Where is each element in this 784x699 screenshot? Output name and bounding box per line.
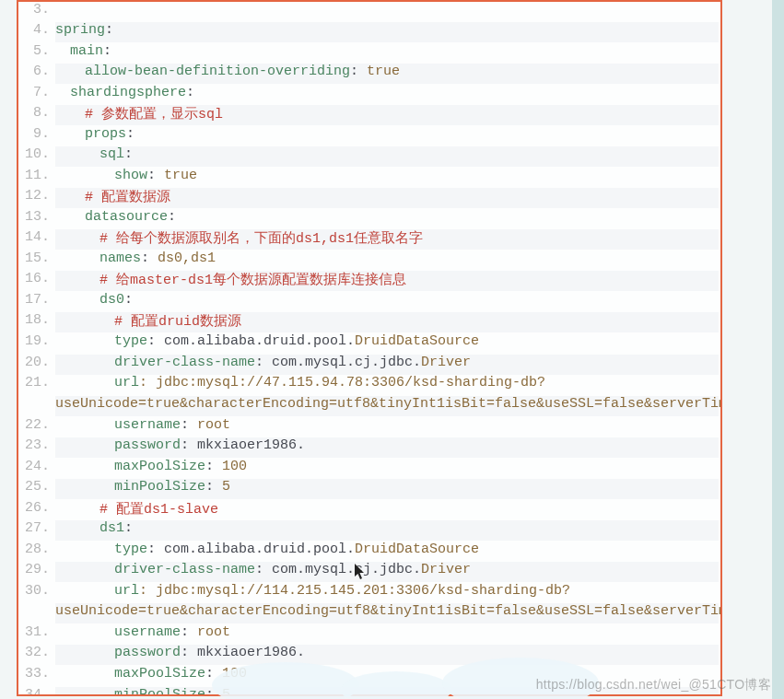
code-token: # 给每个数据源取别名，下面的ds1,ds1任意取名字: [99, 231, 423, 247]
line-number: 34.: [18, 687, 52, 696]
line-number: 11.: [18, 168, 52, 183]
code-token: :: [205, 479, 222, 495]
code-token: datasource: [85, 209, 168, 225]
code-line: useUnicode=true&characterEncoding=utf8&t…: [55, 396, 722, 412]
code-token: username: [114, 417, 181, 433]
code-token: driver-class-name: [114, 562, 255, 577]
code-line: ds1:: [99, 520, 133, 536]
line-number: 17.: [18, 292, 52, 308]
highlight-band: [55, 22, 719, 42]
code-line: type: com.alibaba.druid.pool.DruidDataSo…: [114, 333, 479, 349]
code-line: username: root: [114, 624, 230, 640]
line-number: 22.: [18, 417, 52, 433]
code-token: show: [114, 168, 147, 183]
line-number: 26.: [18, 500, 52, 516]
code-token: props: [85, 126, 126, 142]
code-token: # 配置ds1-slave: [99, 502, 218, 518]
line-number: 33.: [18, 666, 52, 682]
code-token: :: [181, 624, 197, 640]
code-token: : jdbc:mysql://47.115.94.78:3306/ksd-sha…: [139, 375, 545, 390]
code-token: :: [168, 209, 176, 225]
code-token: type: [114, 333, 147, 349]
code-token: ds0: [99, 292, 124, 308]
code-token: DruidDataSource: [355, 542, 479, 557]
code-line: allow-bean-definition-overriding: true: [85, 64, 400, 79]
code-token: maxPoolSize: [114, 459, 205, 474]
line-number: 8.: [18, 105, 52, 121]
code-token: type: [114, 542, 147, 557]
line-number: 20.: [18, 355, 52, 370]
code-token: :: [186, 85, 194, 100]
code-line: type: com.alibaba.druid.pool.DruidDataSo…: [114, 542, 479, 557]
line-number: 12.: [18, 188, 52, 204]
code-token: 100: [222, 459, 247, 474]
code-token: driver-class-name: [114, 355, 255, 370]
code-token: :: [350, 64, 367, 79]
line-number: 23.: [18, 437, 52, 453]
code-line: driver-class-name: com.mysql.cj.jdbc.Dri…: [114, 562, 471, 577]
code-token: :: [205, 459, 222, 474]
line-number: 30.: [18, 583, 52, 599]
line-number: 15.: [18, 250, 52, 266]
line-number: 10.: [18, 146, 52, 162]
code-token: 5: [222, 479, 230, 495]
code-token: username: [114, 624, 181, 640]
code-line: url: jdbc:mysql://47.115.94.78:3306/ksd-…: [114, 375, 545, 390]
code-token: : jdbc:mysql://114.215.145.201:3306/ksd-…: [139, 583, 570, 599]
code-line: ds0:: [99, 292, 133, 308]
code-token: url: [114, 375, 139, 390]
code-token: ds1: [99, 520, 124, 536]
code-line: show: true: [114, 168, 197, 183]
code-line: props:: [85, 126, 135, 142]
code-line: username: root: [114, 417, 230, 433]
line-number: 16.: [18, 271, 52, 286]
line-number: 31.: [18, 624, 52, 640]
code-token: password: [114, 437, 181, 453]
line-number: 21.: [18, 375, 52, 390]
code-token: spring: [55, 22, 105, 38]
line-number: 7.: [18, 85, 52, 100]
code-token: :: [181, 417, 197, 433]
line-number: 32.: [18, 645, 52, 660]
highlight-band: [55, 146, 719, 167]
code-line: names: ds0,ds1: [99, 250, 216, 266]
code-frame: 3.4.5.6.7.8.9.10.11.12.13.14.15.16.17.18…: [17, 0, 722, 696]
code-line: # 配置ds1-slave: [99, 500, 218, 518]
line-number: 18.: [18, 312, 52, 328]
code-token: # 配置druid数据源: [114, 314, 241, 330]
line-gutter: 3.4.5.6.7.8.9.10.11.12.13.14.15.16.17.18…: [18, 2, 52, 694]
code-token: main: [70, 43, 103, 59]
code-token: # 参数配置，显示sql: [85, 107, 223, 122]
code-token: allow-bean-definition-overriding: [85, 64, 350, 79]
line-number: 19.: [18, 333, 52, 349]
line-number: 28.: [18, 542, 52, 557]
code-token: :: [126, 126, 135, 142]
code-token: minPoolSize: [114, 479, 205, 495]
code-token: :: [124, 146, 133, 162]
code-line: password: mkxiaoer1986.: [114, 645, 305, 660]
code-line: driver-class-name: com.mysql.cj.jdbc.Dri…: [114, 355, 471, 370]
code-line: # 参数配置，显示sql: [85, 105, 223, 122]
line-number: 29.: [18, 562, 52, 577]
code-line: # 配置druid数据源: [114, 312, 241, 330]
code-line: maxPoolSize: 100: [114, 459, 247, 474]
code-token: url: [114, 583, 139, 599]
code-line: useUnicode=true&characterEncoding=utf8&t…: [55, 603, 722, 619]
code-token: :: [124, 292, 133, 308]
line-number: 4.: [18, 22, 52, 38]
watermark: https://blog.csdn.net/wei_@51CTO博客: [536, 677, 771, 693]
code-token: :: [105, 22, 113, 38]
code-line: # 配置数据源: [85, 188, 170, 205]
code-token: # 给master-ds1每个数据源配置数据库连接信息: [99, 273, 406, 288]
line-number: 3.: [18, 2, 52, 17]
code-token: root: [197, 417, 230, 433]
code-token: : com.alibaba.druid.pool.: [147, 542, 355, 557]
code-token: root: [197, 624, 230, 640]
code-token: :: [103, 43, 111, 59]
code-token: : mkxiaoer1986.: [181, 645, 305, 660]
code-line: password: mkxiaoer1986.: [114, 437, 305, 453]
line-number: 14.: [18, 229, 52, 245]
code-token: true: [164, 168, 197, 183]
code-line: minPoolSize: 5: [114, 479, 230, 495]
code-token: useUnicode=true&characterEncoding=utf8&t…: [55, 396, 722, 412]
